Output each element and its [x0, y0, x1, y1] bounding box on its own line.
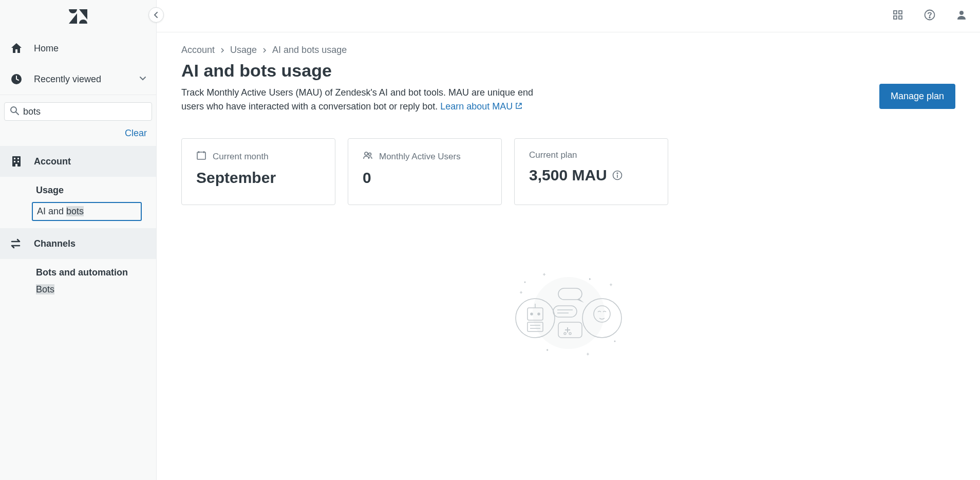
svg-point-20	[369, 153, 371, 156]
sidebar-item-recently-viewed[interactable]: Recently viewed	[0, 64, 156, 95]
sidebar-account-label: Account	[34, 156, 71, 167]
svg-rect-9	[894, 11, 897, 14]
sidebar-item-home[interactable]: Home	[0, 33, 156, 64]
card-current-month: Current month September	[181, 138, 335, 205]
manage-plan-button[interactable]: Manage plan	[879, 84, 955, 109]
clear-search-link[interactable]: Clear	[125, 128, 147, 138]
svg-rect-7	[17, 161, 19, 162]
svg-rect-12	[899, 16, 902, 19]
card-label: Current plan	[529, 150, 653, 160]
user-icon	[956, 9, 967, 23]
subitem-bots-highlight: Bots	[36, 284, 54, 294]
svg-line-2	[16, 112, 18, 115]
card-mau: Monthly Active Users 0	[348, 138, 502, 205]
building-icon	[9, 154, 24, 169]
search-box[interactable]	[4, 102, 152, 121]
logo-wrap	[0, 0, 156, 33]
sidebar: Home Recently viewed Clear	[0, 0, 157, 480]
breadcrumb: Account Usage AI and bots usage	[181, 45, 955, 56]
svg-point-15	[959, 11, 964, 15]
card-label: Monthly Active Users	[363, 150, 487, 163]
svg-point-29	[531, 313, 533, 315]
chevron-right-icon	[220, 45, 225, 56]
card-current-plan: Current plan 3,500 MAU	[514, 138, 668, 205]
search-input[interactable]	[23, 106, 146, 117]
card-label-text: Current month	[213, 152, 269, 162]
svg-point-19	[365, 152, 368, 155]
chevron-right-icon	[262, 45, 267, 56]
svg-point-30	[538, 313, 540, 315]
svg-point-22	[617, 173, 618, 174]
breadcrumb-account[interactable]: Account	[181, 45, 215, 56]
sidebar-recently-viewed-label: Recently viewed	[34, 74, 101, 85]
topbar	[157, 0, 980, 32]
card-label-text: Monthly Active Users	[379, 152, 461, 162]
learn-link-text: Learn about MAU	[440, 101, 513, 112]
sidebar-item-bots[interactable]: Bots	[0, 282, 156, 303]
profile-button[interactable]	[954, 9, 969, 23]
external-link-icon	[515, 101, 522, 112]
empty-state-illustration	[507, 256, 630, 359]
main-content: Account Usage AI and bots usage AI and b…	[157, 0, 980, 480]
info-icon[interactable]	[612, 167, 623, 184]
search-wrap	[0, 95, 156, 121]
breadcrumb-usage[interactable]: Usage	[230, 45, 257, 56]
help-icon	[924, 9, 935, 23]
zendesk-logo-icon	[69, 7, 87, 26]
svg-rect-5	[17, 158, 19, 159]
svg-rect-8	[15, 164, 17, 167]
subitem-text-prefix: AI and	[37, 206, 66, 216]
users-icon	[363, 150, 373, 163]
svg-rect-11	[894, 16, 897, 19]
card-value-mau: 0	[363, 169, 487, 187]
search-icon	[10, 106, 19, 117]
card-label: Current month	[196, 150, 321, 163]
page-content: Account Usage AI and bots usage AI and b…	[157, 32, 980, 372]
sidebar-subcategory-bots-automation: Bots and automation	[0, 259, 156, 282]
sidebar-home-label: Home	[34, 43, 59, 54]
page-title: AI and bots usage	[181, 61, 955, 81]
svg-rect-10	[899, 11, 902, 14]
svg-point-42	[524, 282, 525, 283]
card-label-text: Current plan	[529, 150, 577, 160]
help-button[interactable]	[922, 9, 937, 23]
svg-point-14	[929, 17, 930, 18]
page-description: Track Monthly Active Users (MAU) of Zend…	[181, 86, 551, 114]
chevron-left-icon	[153, 12, 159, 18]
calendar-icon	[196, 150, 206, 163]
collapse-sidebar-button[interactable]	[148, 7, 164, 23]
card-value-plan: 3,500 MAU	[529, 167, 653, 184]
clock-icon	[9, 72, 24, 86]
svg-point-43	[614, 341, 615, 342]
breadcrumb-current: AI and bots usage	[272, 45, 347, 56]
sidebar-category-channels[interactable]: Channels	[0, 228, 156, 259]
sidebar-category-account[interactable]: Account	[0, 146, 156, 177]
sidebar-channels-label: Channels	[34, 238, 76, 249]
svg-rect-4	[14, 158, 15, 159]
apps-button[interactable]	[891, 9, 905, 23]
chevron-down-icon	[139, 74, 147, 84]
page-header-row: Track Monthly Active Users (MAU) of Zend…	[181, 81, 955, 114]
grid-icon	[893, 10, 903, 22]
learn-about-mau-link[interactable]: Learn about MAU	[440, 101, 522, 112]
subitem-text-highlight: bots	[66, 206, 84, 216]
sidebar-item-ai-and-bots[interactable]: AI and bots	[32, 202, 142, 221]
svg-rect-16	[197, 152, 205, 159]
stat-cards: Current month September Monthly Active U…	[181, 138, 955, 205]
sidebar-subcategory-usage: Usage	[0, 177, 156, 200]
plan-value-text: 3,500 MAU	[529, 167, 607, 184]
arrows-exchange-icon	[9, 236, 24, 251]
home-icon	[9, 41, 24, 56]
svg-rect-6	[14, 161, 15, 162]
card-value-current-month: September	[196, 169, 321, 187]
